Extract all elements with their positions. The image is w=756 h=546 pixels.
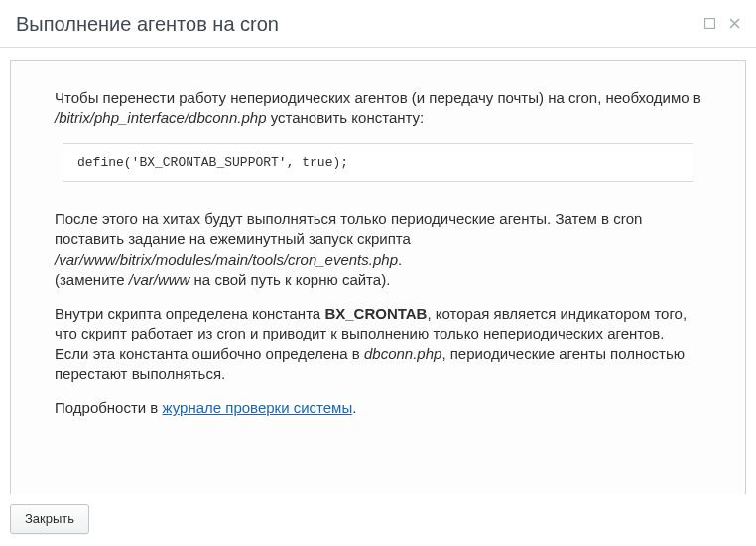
p2-line2-path: /var/www xyxy=(129,271,190,288)
p2-path: /var/www/bitrix/modules/main/tools/cron_… xyxy=(55,251,398,268)
dialog-content: Чтобы перенести работу непериодических а… xyxy=(10,60,746,494)
dialog-titlebar: Выполнение агентов на cron xyxy=(0,0,756,48)
dialog-footer: Закрыть xyxy=(0,494,756,546)
close-button[interactable]: Закрыть xyxy=(10,504,89,534)
dialog-title: Выполнение агентов на cron xyxy=(16,12,704,36)
paragraph-3: Внутри скрипта определена константа BX_C… xyxy=(55,304,701,384)
svg-rect-0 xyxy=(705,19,715,29)
system-check-log-link[interactable]: журнале проверки системы xyxy=(163,399,353,416)
intro-path: /bitrix/php_interface/dbconn.php xyxy=(55,109,266,126)
p2-line2-before: (замените xyxy=(55,271,129,288)
p2-before: После этого на хитах будут выполняться т… xyxy=(55,210,642,247)
p3-before-const: Внутри скрипта определена константа xyxy=(55,305,324,322)
p2-after: . xyxy=(398,251,402,268)
intro-paragraph: Чтобы перенести работу непериодических а… xyxy=(55,88,701,129)
close-icon[interactable] xyxy=(729,18,740,29)
content-wrap: Чтобы перенести работу непериодических а… xyxy=(0,48,756,494)
maximize-icon[interactable] xyxy=(704,18,715,29)
p3-path: dbconn.php xyxy=(364,345,441,362)
p2-line2-after: на свой путь к корню сайта). xyxy=(189,271,390,288)
details-before: Подробности в xyxy=(55,399,163,416)
details-paragraph: Подробности в журнале проверки системы. xyxy=(55,398,701,418)
paragraph-2: После этого на хитах будут выполняться т… xyxy=(55,209,701,290)
window-controls xyxy=(704,18,740,29)
details-after: . xyxy=(352,399,356,416)
intro-text-after: установить константу: xyxy=(266,109,424,126)
dialog-window: Выполнение агентов на cron Чтобы перенес… xyxy=(0,0,756,546)
p3-const: BX_CRONTAB xyxy=(324,305,427,322)
code-block: define('BX_CRONTAB_SUPPORT', true); xyxy=(63,143,693,183)
intro-text-before: Чтобы перенести работу непериодических а… xyxy=(55,89,701,106)
